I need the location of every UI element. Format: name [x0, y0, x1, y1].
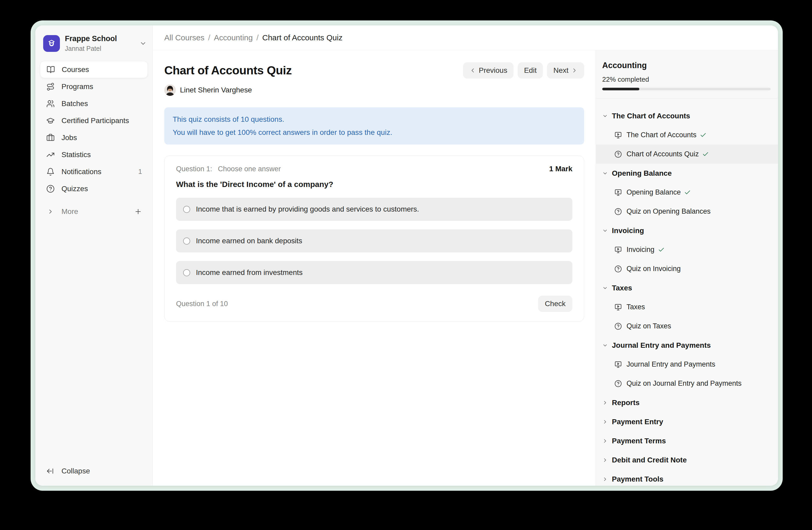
route-icon: [46, 83, 55, 91]
sidebar-item-notifications[interactable]: Notifications 1: [40, 163, 148, 180]
chevron-right-icon: [602, 457, 608, 463]
option-row[interactable]: Income earned from investments: [176, 261, 572, 284]
section-header-payment-tools[interactable]: Payment Tools: [596, 470, 778, 486]
sidebar-item-label: Programs: [61, 83, 93, 91]
question-progress: Question 1 of 10: [176, 300, 228, 308]
check-button[interactable]: Check: [538, 296, 572, 312]
help-circle-icon: [614, 380, 622, 388]
sidebar-item-courses[interactable]: Courses: [40, 61, 148, 78]
outline-item-lesson[interactable]: Journal Entry and Payments: [596, 355, 778, 374]
edit-label: Edit: [524, 66, 537, 75]
workspace-switcher[interactable]: Frappe School Jannat Patel: [43, 34, 147, 52]
sidebar-item-programs[interactable]: Programs: [40, 78, 148, 95]
section-title: Taxes: [612, 284, 632, 292]
outline-item-lesson[interactable]: Invoicing: [596, 240, 778, 259]
next-button[interactable]: Next: [547, 62, 584, 79]
more-label: More: [61, 207, 78, 216]
frappe-school-logo-icon: [43, 35, 60, 52]
workspace-user: Jannat Patel: [65, 45, 117, 52]
chevron-right-icon: [571, 67, 578, 74]
outline-item-quiz[interactable]: Quiz on Invoicing: [596, 259, 778, 278]
graduation-cap-icon: [46, 116, 55, 125]
edit-button[interactable]: Edit: [518, 62, 543, 79]
breadcrumb-separator: /: [256, 33, 259, 42]
sidebar-item-label: Courses: [62, 66, 89, 74]
section-header-taxes[interactable]: Taxes: [596, 278, 778, 297]
sidebar-item-jobs[interactable]: Jobs: [40, 129, 148, 146]
help-circle-icon: [614, 208, 622, 215]
sidebar-item-certified-participants[interactable]: Certified Participants: [40, 112, 148, 129]
outline-item-quiz[interactable]: Quiz on Taxes: [596, 317, 778, 336]
chevron-right-icon: [602, 419, 608, 425]
chevron-right-icon: [602, 476, 608, 482]
outline-item-lesson[interactable]: Taxes: [596, 297, 778, 317]
question-marks: 1 Mark: [549, 165, 572, 173]
outline-item-quiz[interactable]: Quiz on Journal Entry and Payments: [596, 374, 778, 393]
section-title: Debit and Credit Note: [612, 456, 687, 464]
course-outline: The Chart of Accounts The Chart of Accou…: [596, 98, 778, 486]
sidebar-item-batches[interactable]: Batches: [40, 95, 148, 112]
radio-button[interactable]: [183, 206, 190, 213]
outline-item-label: Taxes: [626, 303, 645, 311]
outline-item-lesson[interactable]: Opening Balance: [596, 183, 778, 202]
section-header-debit-and-credit-note[interactable]: Debit and Credit Note: [596, 450, 778, 470]
outline-item-lesson[interactable]: The Chart of Accounts: [596, 125, 778, 144]
breadcrumb: All Courses / Accounting / Chart of Acco…: [153, 25, 778, 50]
option-label: Income that is earned by providing goods…: [196, 205, 419, 213]
outline-item-quiz[interactable]: Quiz on Opening Balances: [596, 202, 778, 221]
monitor-play-icon: [614, 246, 622, 254]
app-window-frame: Frappe School Jannat Patel Courses Progr…: [31, 20, 783, 491]
collapse-arrow-icon: [46, 467, 54, 475]
help-circle-icon: [614, 322, 622, 330]
body-row: Chart of Accounts Quiz Previous Edit: [153, 50, 778, 486]
briefcase-icon: [46, 134, 55, 142]
check-icon: [684, 189, 691, 196]
section-header-opening-balance[interactable]: Opening Balance: [596, 164, 778, 183]
breadcrumb-all-courses[interactable]: All Courses: [164, 33, 204, 42]
section-header-invoicing[interactable]: Invoicing: [596, 221, 778, 240]
radio-button[interactable]: [183, 269, 190, 276]
outline-item-label: The Chart of Accounts: [626, 131, 696, 139]
author-avatar: [164, 84, 176, 96]
help-circle-icon: [46, 185, 55, 193]
section-title: Payment Tools: [612, 475, 663, 484]
outline-item-label: Journal Entry and Payments: [626, 360, 715, 368]
section-header-reports[interactable]: Reports: [596, 393, 778, 412]
content-column: All Courses / Accounting / Chart of Acco…: [153, 25, 778, 486]
sidebar-item-statistics[interactable]: Statistics: [40, 146, 148, 163]
section-header-the-chart-of-accounts[interactable]: The Chart of Accounts: [596, 106, 778, 125]
monitor-play-icon: [614, 361, 622, 368]
course-progress-fill: [602, 88, 639, 90]
previous-button[interactable]: Previous: [463, 62, 513, 79]
outline-item-label: Chart of Accounts Quiz: [626, 150, 699, 158]
radio-button[interactable]: [183, 237, 190, 245]
question-card-footer: Question 1 of 10 Check: [176, 296, 572, 312]
sidebar-collapse-button[interactable]: Collapse: [35, 463, 153, 479]
book-open-icon: [46, 66, 55, 74]
author-name: Linet Sherin Varghese: [180, 86, 252, 94]
question-instruction: Choose one answer: [218, 165, 281, 173]
section-header-journal-entry-and-payments[interactable]: Journal Entry and Payments: [596, 336, 778, 355]
sidebar-item-quizzes[interactable]: Quizzes: [40, 180, 148, 197]
monitor-play-icon: [614, 189, 622, 196]
check-icon: [658, 247, 665, 253]
plus-icon[interactable]: [134, 208, 142, 215]
monitor-play-icon: [614, 131, 622, 139]
quiz-notice: This quiz consists of 10 questions. You …: [164, 107, 584, 144]
next-label: Next: [553, 66, 568, 75]
breadcrumb-current: Chart of Accounts Quiz: [262, 33, 343, 42]
option-row[interactable]: Income earned on bank deposits: [176, 229, 572, 252]
sidebar-item-more[interactable]: More: [40, 204, 148, 220]
course-title: Accounting: [602, 61, 771, 70]
chevron-right-icon: [47, 208, 54, 215]
sidebar-item-label: Statistics: [61, 151, 91, 159]
workspace-text: Frappe School Jannat Patel: [65, 34, 117, 52]
outline-item-quiz-active[interactable]: Chart of Accounts Quiz: [596, 144, 778, 164]
sidebar-item-label: Notifications: [61, 168, 102, 176]
section-header-payment-terms[interactable]: Payment Terms: [596, 431, 778, 450]
breadcrumb-accounting[interactable]: Accounting: [214, 33, 253, 42]
section-title: Opening Balance: [612, 169, 672, 178]
course-progress-bar: [602, 88, 771, 90]
section-header-payment-entry[interactable]: Payment Entry: [596, 412, 778, 431]
option-row[interactable]: Income that is earned by providing goods…: [176, 198, 572, 221]
